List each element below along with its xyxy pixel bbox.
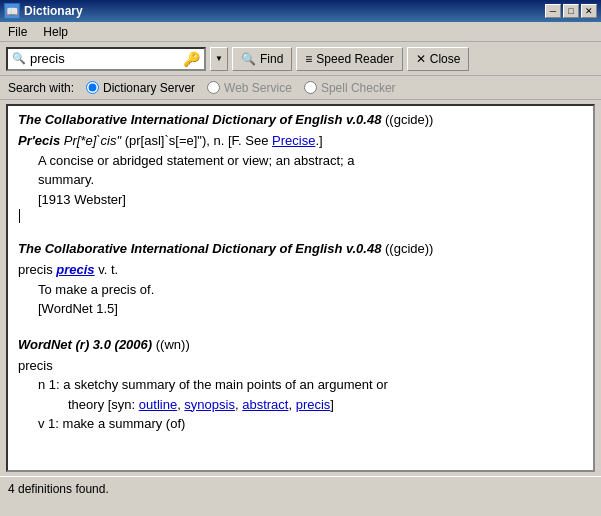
precise-link[interactable]: Precise	[272, 133, 315, 148]
abstract-link[interactable]: abstract	[242, 397, 288, 412]
entry1-word-title: Pr'ecis Pr[*e]`cis" (pr[asl]`s[=e]"), n.…	[18, 133, 323, 148]
minimize-button[interactable]: ─	[545, 4, 561, 18]
synopsis-link[interactable]: synopsis	[184, 397, 235, 412]
close-icon: ✕	[416, 52, 426, 66]
app-icon: 📖	[4, 3, 20, 19]
find-button[interactable]: 🔍 Find	[232, 47, 292, 71]
speed-reader-label: Speed Reader	[316, 52, 393, 66]
section1-entry: Pr'ecis Pr[*e]`cis" (pr[asl]`s[=e]"), n.…	[18, 131, 583, 209]
close-label: Close	[430, 52, 461, 66]
section1-title: The Collaborative International Dictiona…	[18, 112, 381, 127]
section3-source: ((wn))	[156, 337, 190, 352]
precis-syn-link[interactable]: precis	[296, 397, 331, 412]
clear-button[interactable]: 🔑	[183, 51, 200, 67]
search-box: 🔍 🔑	[6, 47, 206, 71]
status-bar: 4 definitions found.	[0, 476, 601, 500]
web-service-label: Web Service	[224, 81, 292, 95]
wn-sense-n1-cont: theory [syn: outline, synopsis, abstract…	[68, 395, 583, 415]
entry1-definition: A concise or abridged statement or view;…	[38, 151, 583, 171]
search-with-label: Search with:	[8, 81, 74, 95]
wn-word: precis	[18, 356, 583, 376]
section1-source: ((gcide))	[385, 112, 433, 127]
section2-header: The Collaborative International Dictiona…	[18, 241, 583, 256]
separator-2	[18, 329, 583, 337]
status-text: 4 definitions found.	[8, 482, 109, 496]
wn-sense-n1: n 1: a sketchy summary of the main point…	[38, 375, 583, 395]
section3-title: WordNet (r) 3.0 (2006)	[18, 337, 152, 352]
entry1-citation: [1913 Webster]	[38, 190, 583, 210]
window-title: Dictionary	[24, 4, 83, 18]
dict-section-1: The Collaborative International Dictiona…	[18, 112, 583, 223]
dict-section-3: WordNet (r) 3.0 (2006) ((wn)) precis n 1…	[18, 337, 583, 434]
toolbar: 🔍 🔑 ▼ 🔍 Find ≡ Speed Reader ✕ Close	[0, 42, 601, 76]
speed-reader-button[interactable]: ≡ Speed Reader	[296, 47, 402, 71]
menu-file[interactable]: File	[4, 24, 31, 40]
dictionary-server-radio[interactable]	[86, 81, 99, 94]
section2-entry: precis precis v. t. To make a precis of.…	[18, 260, 583, 319]
section2-source: ((gcide))	[385, 241, 433, 256]
outline-link[interactable]: outline	[139, 397, 177, 412]
content-area[interactable]: The Collaborative International Dictiona…	[6, 104, 595, 472]
entry2-definition: To make a precis of.	[38, 280, 583, 300]
section3-header: WordNet (r) 3.0 (2006) ((wn))	[18, 337, 583, 352]
section3-entry: precis n 1: a sketchy summary of the mai…	[18, 356, 583, 434]
title-bar: 📖 Dictionary ─ □ ✕	[0, 0, 601, 22]
separator-1	[18, 233, 583, 241]
entry2-citation: [WordNet 1.5]	[38, 299, 583, 319]
dictionary-server-option[interactable]: Dictionary Server	[86, 81, 195, 95]
search-icon: 🔍	[12, 52, 26, 65]
close-dict-button[interactable]: ✕ Close	[407, 47, 470, 71]
section1-header: The Collaborative International Dictiona…	[18, 112, 583, 127]
maximize-button[interactable]: □	[563, 4, 579, 18]
dictionary-server-label: Dictionary Server	[103, 81, 195, 95]
spell-checker-option[interactable]: Spell Checker	[304, 81, 396, 95]
find-label: Find	[260, 52, 283, 66]
speed-reader-icon: ≡	[305, 52, 312, 66]
menu-help[interactable]: Help	[39, 24, 72, 40]
find-icon: 🔍	[241, 52, 256, 66]
precis-link[interactable]: precis	[56, 262, 94, 277]
spell-checker-radio[interactable]	[304, 81, 317, 94]
search-options: Search with: Dictionary Server Web Servi…	[0, 76, 601, 100]
title-bar-left: 📖 Dictionary	[4, 3, 83, 19]
dict-section-2: The Collaborative International Dictiona…	[18, 241, 583, 319]
search-dropdown-button[interactable]: ▼	[210, 47, 228, 71]
spell-checker-label: Spell Checker	[321, 81, 396, 95]
search-input[interactable]	[30, 51, 183, 66]
entry2-word: precis	[18, 262, 56, 277]
web-service-option[interactable]: Web Service	[207, 81, 292, 95]
close-button[interactable]: ✕	[581, 4, 597, 18]
entry1-definition-2: summary.	[38, 170, 583, 190]
menu-bar: File Help	[0, 22, 601, 42]
window-controls[interactable]: ─ □ ✕	[545, 4, 597, 18]
section2-title: The Collaborative International Dictiona…	[18, 241, 381, 256]
entry2-pos: v. t.	[95, 262, 119, 277]
wn-sense-v1: v 1: make a summary (of)	[38, 414, 583, 434]
cursor-indicator	[19, 209, 20, 223]
web-service-radio[interactable]	[207, 81, 220, 94]
